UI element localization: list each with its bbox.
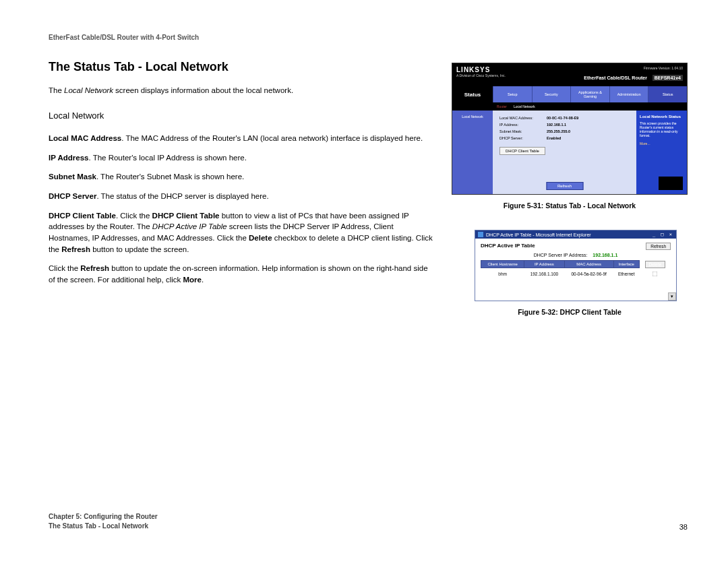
lbl-dhcp: DHCP Server: [499, 136, 547, 140]
cell-iface: Ethernet [613, 268, 639, 280]
info-panel: Local MAC Address:00-0C-41-74-08-E9 IP A… [493, 111, 636, 194]
brand-subtitle: A Division of Cisco Systems, Inc. [456, 73, 506, 77]
dhcp-table: Client Hostname IP Address MAC Address I… [481, 260, 671, 280]
section-heading: Local Network [49, 111, 433, 121]
dhcp-client-table-button[interactable]: DHCP Client Table [499, 147, 545, 155]
cell-mac: 00-04-5a-82-96-9f [564, 268, 613, 280]
label-subnet: Subnet Mask [49, 173, 96, 181]
tab-apps-gaming[interactable]: Applications & Gaming [570, 86, 609, 102]
server-ip-label: DHCP Server IP Address: [534, 253, 588, 257]
paragraph-help: Click the Refresh button to update the o… [49, 263, 433, 285]
delete-button[interactable]: Delete [645, 261, 666, 268]
bold-table-btn: DHCP Client Table [152, 212, 220, 220]
nav-tabs: Setup Security Applications & Gaming Adm… [493, 86, 687, 102]
footer-section: The Status Tab - Local Network [49, 522, 158, 531]
intro-text-post: screen displays information about the lo… [113, 86, 293, 94]
page-number: 38 [679, 523, 688, 531]
subnav-router[interactable]: Router [497, 104, 507, 108]
nav-section-label: Status [452, 86, 493, 102]
figure1-caption: Figure 5-31: Status Tab - Local Network [452, 201, 688, 210]
bold-refresh2: Refresh [80, 264, 109, 272]
t1: . Click the [116, 212, 152, 220]
figure-column: LINKSYS A Division of Cisco Systems, Inc… [452, 60, 688, 336]
lbl-ip: IP Address: [499, 123, 547, 127]
ie-icon [478, 232, 483, 237]
refresh-button[interactable]: Refresh [546, 182, 583, 190]
router-header: LINKSYS A Division of Cisco Systems, Inc… [452, 63, 687, 86]
intro-emphasis: Local Network [64, 86, 113, 94]
brand-logo: LINKSYS [456, 66, 490, 73]
help-text: This screen provides the Router's curren… [640, 121, 684, 137]
text-column: The Status Tab - Local Network The Local… [49, 60, 433, 336]
lbl-mac: Local MAC Address: [499, 116, 547, 120]
bold-more: More [183, 276, 201, 284]
val-ip: 192.168.1.1 [547, 123, 566, 127]
paragraph-subnet: Subnet Mask. The Router's Subnet Mask is… [49, 171, 433, 183]
cell-host: bhm [481, 268, 524, 280]
h1a: Click the [49, 264, 80, 272]
product-header: EtherFast Cable/DSL Router with 4-Port S… [49, 34, 688, 41]
tab-status[interactable]: Status [648, 86, 687, 102]
intro-text: The [49, 86, 64, 94]
desc-ip: . The Router's local IP Address is shown… [88, 154, 246, 162]
paragraph-table: DHCP Client Table. Click the DHCP Client… [49, 210, 433, 255]
label-table: DHCP Client Table [49, 212, 116, 220]
h1c: . [202, 276, 204, 284]
server-ip-value: 192.168.1.1 [593, 253, 617, 257]
figure2-caption: Figure 5-32: DHCP Client Table [452, 308, 688, 316]
col-interface: Interface [613, 261, 639, 268]
val-mac: 00-0C-41-74-08-E9 [547, 116, 578, 120]
panel-sidebar: Local Network [452, 111, 493, 194]
t5: button to update the screen. [90, 245, 189, 253]
server-ip-line: DHCP Server IP Address: 192.168.1.1 [481, 253, 671, 257]
figure-dhcp-table: DHCP Active IP Table - Microsoft Interne… [475, 230, 677, 301]
em-active-table: DHCP Active IP Table [152, 222, 227, 230]
label-ip: IP Address [49, 154, 88, 162]
model-name: EtherFast Cable/DSL Router BEFSR41v4 [584, 75, 683, 80]
firmware-version: Firmware Version: 1.04.10 [644, 66, 683, 70]
label-mac: Local MAC Address [49, 134, 121, 142]
scroll-corner[interactable]: ▾ [668, 292, 676, 301]
model-text: EtherFast Cable/DSL Router [584, 75, 647, 80]
figure-status-tab: LINKSYS A Division of Cisco Systems, Inc… [452, 63, 688, 195]
router-subnav: Router Local Network [452, 102, 687, 111]
lbl-subnet: Subnet Mask: [499, 129, 547, 133]
page-title: The Status Tab - Local Network [49, 60, 433, 74]
more-link[interactable]: More... [640, 142, 684, 146]
cell-ip: 192.168.1.100 [524, 268, 564, 280]
cisco-logo [659, 177, 683, 190]
table-row: bhm 192.168.1.100 00-04-5a-82-96-9f Ethe… [481, 268, 671, 280]
help-title: Local Network Status [640, 115, 684, 119]
col-ip: IP Address [524, 261, 564, 268]
desc-dhcp: . The status of the DHCP server is displ… [96, 192, 268, 200]
bold-refresh: Refresh [61, 245, 90, 253]
paragraph-dhcp: DHCP Server. The status of the DHCP serv… [49, 191, 433, 202]
label-dhcp: DHCP Server [49, 192, 96, 200]
tab-setup[interactable]: Setup [493, 86, 532, 102]
bold-delete: Delete [249, 234, 272, 242]
subnav-local-network[interactable]: Local Network [514, 104, 535, 108]
val-dhcp: Enabled [547, 136, 561, 140]
tab-security[interactable]: Security [532, 86, 571, 102]
col-mac: MAC Address [564, 261, 613, 268]
desc-subnet: . The Router's Subnet Mask is shown here… [96, 173, 244, 181]
val-subnet: 255.255.255.0 [547, 129, 570, 133]
page-footer: Chapter 5: Configuring the Router The St… [49, 512, 688, 531]
router-nav: Status Setup Security Applications & Gam… [452, 86, 687, 102]
paragraph-ip: IP Address. The Router's local IP Addres… [49, 152, 433, 164]
intro-paragraph: The Local Network screen displays inform… [49, 85, 433, 96]
table-heading: DHCP Active IP Table [481, 243, 671, 249]
col-hostname: Client Hostname [481, 261, 524, 268]
window-title: DHCP Active IP Table - Microsoft Interne… [486, 232, 591, 237]
model-code: BEFSR41v4 [653, 75, 683, 81]
paragraph-mac: Local MAC Address. The MAC Address of th… [49, 133, 433, 144]
window-buttons[interactable]: _ □ × [653, 232, 673, 237]
tab-admin[interactable]: Administration [609, 86, 648, 102]
footer-chapter: Chapter 5: Configuring the Router [49, 512, 158, 522]
window-titlebar: DHCP Active IP Table - Microsoft Interne… [475, 230, 676, 239]
cell-checkbox[interactable] [639, 268, 671, 280]
desc-mac: . The MAC Address of the Router's LAN (l… [121, 134, 423, 142]
table-refresh-button[interactable]: Refresh [646, 243, 671, 250]
